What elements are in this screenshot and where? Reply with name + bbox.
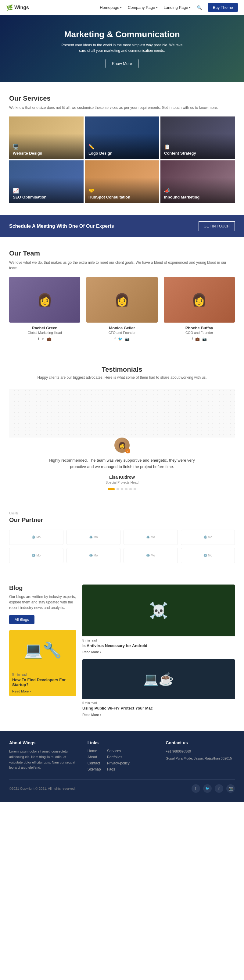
service-card[interactable]: ✏️ Logo Design <box>85 116 159 159</box>
briefcase-icon[interactable]: 💼 <box>195 337 200 341</box>
dot-1[interactable] <box>108 488 115 490</box>
service-content: ✏️ Logo Design <box>88 144 113 156</box>
partner-logo[interactable]: ⚙️ Mo <box>181 548 235 563</box>
blog-image-icon: 💻☕ <box>144 672 174 686</box>
instagram-icon[interactable]: 📷 <box>226 784 235 793</box>
footer-about-text: Lorem ipsum dolor sit amet, consectetur … <box>9 749 78 770</box>
service-card[interactable]: 📈 SEO Optimisation <box>9 161 84 203</box>
services-subtitle: We know that one size does not fit all, … <box>9 105 235 110</box>
service-card[interactable]: 🖥️ Website Design <box>9 116 84 159</box>
partner-icon: ⚙️ Mo <box>203 535 212 539</box>
footer-link[interactable]: Contact <box>88 761 101 765</box>
blog-read-more[interactable]: Read More › <box>82 650 235 654</box>
blog-card-image: 💻☕ <box>82 659 235 699</box>
service-label: SEO Optimisation <box>13 195 47 199</box>
partner-logo[interactable]: ⚙️ Mo <box>9 530 64 545</box>
service-label: Content Strategy <box>164 151 196 156</box>
blog-read-more[interactable]: Read More › <box>82 713 235 717</box>
footer-link[interactable]: Portfolios <box>107 755 130 759</box>
testimonial-quote: Highly recommended. The team was very su… <box>46 457 198 470</box>
blog-section: Blog Our blogs are written by industry e… <box>0 572 244 732</box>
service-content: 📈 SEO Optimisation <box>13 188 47 199</box>
partner-icon: ⚙️ Mo <box>89 535 98 539</box>
footer-contact: Contact us +91 9680698569 Gopal Pura Mod… <box>166 740 235 773</box>
facebook-icon[interactable]: f <box>114 337 115 341</box>
partners-title: Our Partner <box>9 517 235 523</box>
team-socials: f 🐦 📷 <box>86 337 157 341</box>
service-content: 🖥️ Website Design <box>13 144 42 156</box>
blog-title: Blog <box>9 584 76 592</box>
dot-6[interactable] <box>134 488 136 490</box>
instagram-icon[interactable]: 📷 <box>202 337 207 341</box>
team-role: CFO and Founder <box>86 331 157 334</box>
partner-logo[interactable]: ⚙️ Mo <box>9 548 64 563</box>
blog-image-icon: 💻🔧 <box>24 641 62 659</box>
service-content: 📋 Content Strategy <box>164 144 196 156</box>
arrow-icon: › <box>100 713 101 717</box>
blog-read-time: 5 min read <box>82 701 235 705</box>
avatar: 👩 <box>164 277 235 323</box>
footer-link[interactable]: Home <box>88 749 101 753</box>
partner-icon: ⚙️ Mo <box>146 535 155 539</box>
dot-2[interactable] <box>116 488 119 490</box>
footer-link[interactable]: Faqs <box>107 767 130 772</box>
footer-link[interactable]: About <box>88 755 101 759</box>
all-blogs-button[interactable]: All Blogs <box>9 615 35 624</box>
service-card[interactable]: 🤝 HubSpot Consultation <box>85 161 159 203</box>
partner-logo[interactable]: ⚙️ Mo <box>181 530 235 545</box>
dot-5[interactable] <box>129 488 132 490</box>
team-section: Our Team We love what we do, that makes … <box>0 237 244 353</box>
twitter-icon[interactable]: 🐦 <box>203 784 212 793</box>
team-socials: f in 💼 <box>9 337 80 341</box>
footer-link[interactable]: Services <box>107 749 130 753</box>
team-card: 👩 Rachel Green Global Marketing Head f i… <box>9 277 80 341</box>
website-design-icon: 🖥️ <box>13 144 42 150</box>
facebook-icon[interactable]: f <box>192 337 193 341</box>
blog-read-more[interactable]: Read More › <box>12 689 73 693</box>
schedule-button[interactable]: GET IN TOUCH <box>199 221 235 231</box>
footer-grid: About Wings Lorem ipsum dolor sit amet, … <box>9 740 235 773</box>
facebook-icon[interactable]: f <box>38 337 39 341</box>
footer-links-col: Links Home About Contact Sitemap Service… <box>88 740 157 773</box>
footer-link[interactable]: Sitemap <box>88 767 101 772</box>
facebook-icon[interactable]: f <box>191 784 200 793</box>
hero-cta-button[interactable]: Know More <box>105 59 139 68</box>
team-role: COO and Founder <box>164 331 235 334</box>
buy-theme-button[interactable]: Buy Theme <box>208 3 238 12</box>
partners-grid: ⚙️ Mo ⚙️ Mo ⚙️ Mo ⚙️ Mo ⚙️ Mo ⚙️ Mo ⚙️ M… <box>9 530 235 563</box>
service-label: Logo Design <box>88 151 113 156</box>
search-icon[interactable]: 🔍 <box>197 5 202 10</box>
dot-3[interactable] <box>121 488 123 490</box>
nav-landing[interactable]: Landing Page ▾ <box>164 5 191 10</box>
footer-link[interactable]: Privacy-policy <box>107 761 130 765</box>
twitter-icon[interactable]: 🐦 <box>118 337 123 341</box>
service-card[interactable]: 📋 Content Strategy <box>160 116 235 159</box>
service-content: 📣 Inbound Marketing <box>164 188 199 199</box>
partner-logo[interactable]: ⚙️ Mo <box>124 548 178 563</box>
linkedin-icon[interactable]: in <box>41 337 44 341</box>
linkedin-icon[interactable]: in <box>215 784 223 793</box>
logo[interactable]: 🌿 Wings <box>6 4 29 11</box>
nav-homepage[interactable]: Homepage ▾ <box>100 5 122 10</box>
partners-label: Clients <box>9 512 235 515</box>
blog-card-title: Is Antivirus Necessary for Android <box>82 643 235 649</box>
partner-logo[interactable]: ⚙️ Mo <box>124 530 178 545</box>
briefcase-icon[interactable]: 💼 <box>47 337 51 341</box>
dot-grid <box>9 389 235 438</box>
world-map <box>9 389 235 438</box>
logo-text: Wings <box>14 5 29 10</box>
partner-logo[interactable]: ⚙️ Mo <box>67 530 121 545</box>
blog-image-icon: ☠️ <box>149 601 168 619</box>
team-socials: f 💼 📷 <box>164 337 235 341</box>
service-card[interactable]: 📣 Inbound Marketing <box>160 161 235 203</box>
blog-card-body: 5 min read Is Antivirus Necessary for An… <box>82 636 235 657</box>
blog-card-body: 5 min read Using Public Wi-Fi? Protect Y… <box>82 699 235 719</box>
partner-logo[interactable]: ⚙️ Mo <box>67 548 121 563</box>
footer-links-list-2: Services Portfolios Privacy-policy Faqs <box>107 749 130 773</box>
nav-company[interactable]: Company Page ▾ <box>128 5 158 10</box>
avatar: 👩 <box>9 277 80 323</box>
logo-icon: 🌿 <box>6 4 13 11</box>
dot-4[interactable] <box>125 488 128 490</box>
testimonial-role: Special Projects Head <box>9 480 235 484</box>
instagram-icon[interactable]: 📷 <box>125 337 130 341</box>
